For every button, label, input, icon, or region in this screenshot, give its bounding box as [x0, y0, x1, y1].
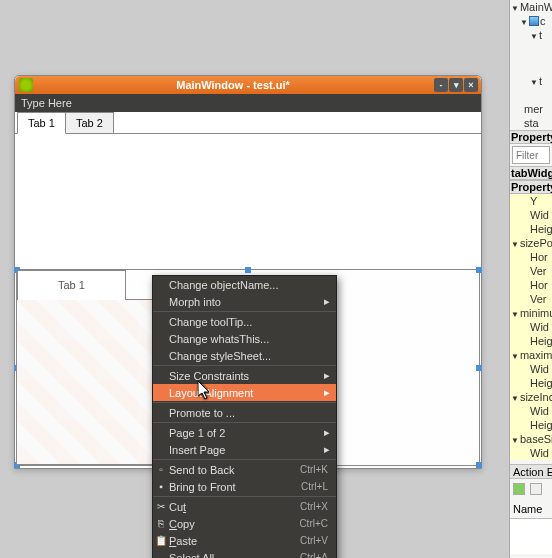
- prop-height[interactable]: Heig: [510, 222, 552, 236]
- inner-tab-1[interactable]: Tab 1: [17, 270, 126, 300]
- cut-icon: ✂: [155, 501, 167, 512]
- prop-min-height[interactable]: Heig: [510, 334, 552, 348]
- chevron-right-icon: ▸: [324, 369, 330, 382]
- action-name-column[interactable]: Name: [510, 501, 552, 519]
- action-button[interactable]: [530, 483, 542, 495]
- prop-hstretch[interactable]: Hor: [510, 278, 552, 292]
- send-back-icon: ▫: [155, 464, 167, 475]
- resize-handle-tc[interactable]: [245, 267, 251, 273]
- expand-icon[interactable]: [520, 15, 529, 27]
- new-action-button[interactable]: [513, 483, 525, 495]
- tree-item-mainwindow[interactable]: MainWin: [520, 1, 552, 13]
- close-button[interactable]: ×: [464, 78, 478, 92]
- ctx-morph-into[interactable]: Morph into▸: [153, 293, 336, 310]
- chevron-right-icon: ▸: [324, 443, 330, 456]
- prop-basesize[interactable]: baseSiz: [510, 432, 552, 446]
- ctx-cut[interactable]: ✂CutCtrl+X: [153, 498, 336, 515]
- paste-icon: 📋: [155, 535, 167, 546]
- expand-icon[interactable]: [530, 29, 539, 41]
- prop-sizeincrement[interactable]: sizeInc: [510, 390, 552, 404]
- expand-icon[interactable]: [511, 307, 520, 319]
- expand-icon[interactable]: [530, 75, 539, 87]
- prop-width[interactable]: Wid: [510, 208, 552, 222]
- ctx-layout-alignment[interactable]: Layout Alignment▸: [153, 384, 336, 401]
- ctx-change-whatsthis[interactable]: Change whatsThis...: [153, 330, 336, 347]
- prop-min-width[interactable]: Wid: [510, 320, 552, 334]
- menubar[interactable]: Type Here: [15, 94, 481, 112]
- prop-vpolicy[interactable]: Ver: [510, 264, 552, 278]
- ctx-page-of[interactable]: Page 1 of 2▸: [153, 424, 336, 441]
- expand-icon[interactable]: [511, 1, 520, 13]
- expand-icon[interactable]: [511, 237, 520, 249]
- property-filter-input[interactable]: [512, 146, 550, 164]
- minimize-button[interactable]: ‐: [434, 78, 448, 92]
- ctx-separator: [153, 365, 336, 366]
- ctx-change-objectname[interactable]: Change objectName...: [153, 276, 336, 293]
- outer-tab-1[interactable]: Tab 1: [17, 112, 66, 134]
- ctx-separator: [153, 402, 336, 403]
- titlebar: MainWindow - test.ui* ‐ ▾ ×: [15, 76, 481, 94]
- ctx-size-constraints[interactable]: Size Constraints▸: [153, 367, 336, 384]
- ctx-select-all[interactable]: Select AllCtrl+A: [153, 549, 336, 558]
- ctx-separator: [153, 422, 336, 423]
- ctx-copy[interactable]: ⎘CopyCtrl+C: [153, 515, 336, 532]
- action-list[interactable]: [510, 519, 552, 554]
- prop-inc-width[interactable]: Wid: [510, 404, 552, 418]
- ctx-bring-to-front[interactable]: ▪Bring to FrontCtrl+L: [153, 478, 336, 495]
- resize-handle-tr[interactable]: [476, 267, 482, 273]
- object-name-row: tabWidge: [510, 166, 552, 180]
- chevron-right-icon: ▸: [324, 295, 330, 308]
- prop-max-width[interactable]: Wid: [510, 362, 552, 376]
- maximize-button[interactable]: ▾: [449, 78, 463, 92]
- ctx-change-tooltip[interactable]: Change toolTip...: [153, 313, 336, 330]
- ctx-promote-to[interactable]: Promote to ...: [153, 404, 336, 421]
- app-icon: [19, 78, 33, 92]
- window-title: MainWindow - test.ui*: [33, 79, 433, 91]
- chevron-right-icon: ▸: [324, 386, 330, 399]
- ctx-change-stylesheet[interactable]: Change styleSheet...: [153, 347, 336, 364]
- prop-minimumsize[interactable]: minimu: [510, 306, 552, 320]
- property-column-header: Property: [510, 180, 552, 194]
- tree-item-statusbar[interactable]: sta: [524, 117, 539, 129]
- menubar-placeholder[interactable]: Type Here: [21, 97, 72, 109]
- property-list[interactable]: Y Wid Heig sizePol Hor Ver Hor Ver minim…: [510, 194, 552, 460]
- object-inspector[interactable]: MainWin c t t mer sta: [510, 0, 552, 130]
- prop-vstretch[interactable]: Ver: [510, 292, 552, 306]
- tree-item-tab[interactable]: t: [539, 29, 542, 41]
- prop-y[interactable]: Y: [510, 194, 552, 208]
- tree-item-tab2[interactable]: t: [539, 75, 542, 87]
- resize-handle-mr[interactable]: [476, 365, 482, 371]
- prop-hpolicy[interactable]: Hor: [510, 250, 552, 264]
- ctx-paste[interactable]: 📋PasteCtrl+V: [153, 532, 336, 549]
- action-editor-toolbar: [510, 479, 552, 501]
- action-editor-header: Action Edi: [510, 464, 552, 479]
- bring-front-icon: ▪: [155, 481, 167, 492]
- prop-max-height[interactable]: Heig: [510, 376, 552, 390]
- context-menu: Change objectName... Morph into▸ Change …: [152, 275, 337, 558]
- tree-item-central[interactable]: c: [540, 15, 546, 27]
- tree-item-menubar[interactable]: mer: [524, 103, 543, 115]
- outer-tabbar: Tab 1 Tab 2: [15, 112, 481, 134]
- prop-base-width[interactable]: Wid: [510, 446, 552, 460]
- ctx-send-to-back[interactable]: ▫Send to BackCtrl+K: [153, 461, 336, 478]
- expand-icon[interactable]: [511, 349, 520, 361]
- widget-icon: [529, 16, 539, 26]
- ctx-separator: [153, 459, 336, 460]
- prop-inc-height[interactable]: Heig: [510, 418, 552, 432]
- right-panel: MainWin c t t mer sta Property E tabWidg…: [509, 0, 552, 558]
- prop-maximumsize[interactable]: maxim: [510, 348, 552, 362]
- ctx-separator: [153, 311, 336, 312]
- property-editor-header: Property E: [510, 130, 552, 144]
- window-controls: ‐ ▾ ×: [433, 78, 478, 92]
- expand-icon[interactable]: [511, 391, 520, 403]
- prop-sizepolicy[interactable]: sizePol: [510, 236, 552, 250]
- ctx-separator: [153, 496, 336, 497]
- ctx-insert-page[interactable]: Insert Page▸: [153, 441, 336, 458]
- copy-icon: ⎘: [155, 518, 167, 529]
- chevron-right-icon: ▸: [324, 426, 330, 439]
- expand-icon[interactable]: [511, 433, 520, 445]
- resize-handle-br[interactable]: [476, 462, 482, 468]
- outer-tab-2[interactable]: Tab 2: [65, 112, 114, 133]
